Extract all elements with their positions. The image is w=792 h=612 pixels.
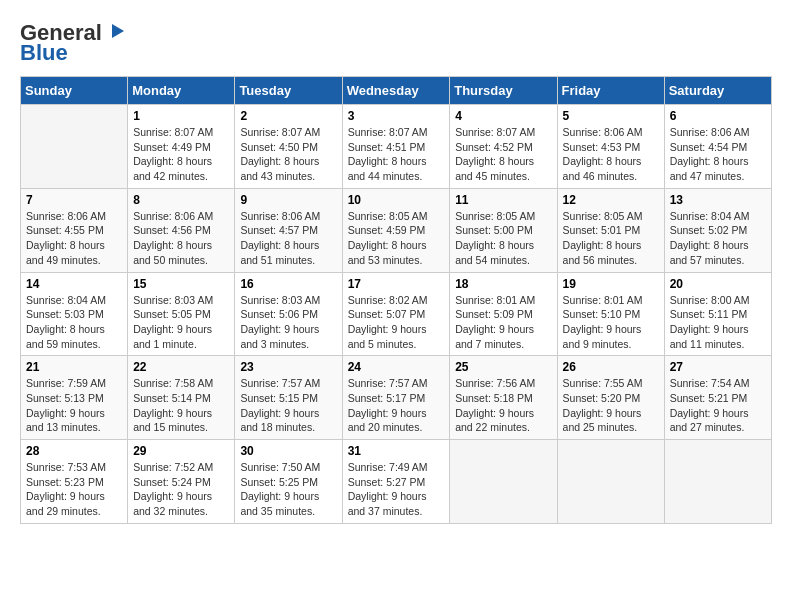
weekday-header: Tuesday (235, 77, 342, 105)
day-number: 23 (240, 360, 336, 374)
day-number: 15 (133, 277, 229, 291)
day-info: Sunrise: 8:06 AMSunset: 4:54 PMDaylight:… (670, 125, 766, 184)
calendar-week-row: 21Sunrise: 7:59 AMSunset: 5:13 PMDayligh… (21, 356, 772, 440)
calendar-cell (21, 105, 128, 189)
day-info: Sunrise: 7:57 AMSunset: 5:15 PMDaylight:… (240, 376, 336, 435)
day-info: Sunrise: 8:01 AMSunset: 5:09 PMDaylight:… (455, 293, 551, 352)
day-number: 7 (26, 193, 122, 207)
logo-icon (104, 20, 126, 42)
calendar-cell: 12Sunrise: 8:05 AMSunset: 5:01 PMDayligh… (557, 188, 664, 272)
day-info: Sunrise: 8:06 AMSunset: 4:55 PMDaylight:… (26, 209, 122, 268)
day-number: 22 (133, 360, 229, 374)
calendar-cell: 3Sunrise: 8:07 AMSunset: 4:51 PMDaylight… (342, 105, 450, 189)
day-info: Sunrise: 8:04 AMSunset: 5:02 PMDaylight:… (670, 209, 766, 268)
weekday-header: Friday (557, 77, 664, 105)
calendar-cell: 18Sunrise: 8:01 AMSunset: 5:09 PMDayligh… (450, 272, 557, 356)
day-info: Sunrise: 8:02 AMSunset: 5:07 PMDaylight:… (348, 293, 445, 352)
calendar-cell: 5Sunrise: 8:06 AMSunset: 4:53 PMDaylight… (557, 105, 664, 189)
day-info: Sunrise: 8:06 AMSunset: 4:53 PMDaylight:… (563, 125, 659, 184)
calendar-cell: 6Sunrise: 8:06 AMSunset: 4:54 PMDaylight… (664, 105, 771, 189)
day-number: 17 (348, 277, 445, 291)
calendar-table: SundayMondayTuesdayWednesdayThursdayFrid… (20, 76, 772, 524)
day-number: 14 (26, 277, 122, 291)
calendar-cell (450, 440, 557, 524)
calendar-cell: 19Sunrise: 8:01 AMSunset: 5:10 PMDayligh… (557, 272, 664, 356)
day-number: 4 (455, 109, 551, 123)
calendar-cell: 27Sunrise: 7:54 AMSunset: 5:21 PMDayligh… (664, 356, 771, 440)
calendar-cell: 14Sunrise: 8:04 AMSunset: 5:03 PMDayligh… (21, 272, 128, 356)
day-number: 2 (240, 109, 336, 123)
calendar-cell: 7Sunrise: 8:06 AMSunset: 4:55 PMDaylight… (21, 188, 128, 272)
calendar-cell: 1Sunrise: 8:07 AMSunset: 4:49 PMDaylight… (128, 105, 235, 189)
day-info: Sunrise: 8:03 AMSunset: 5:05 PMDaylight:… (133, 293, 229, 352)
day-number: 11 (455, 193, 551, 207)
day-info: Sunrise: 7:57 AMSunset: 5:17 PMDaylight:… (348, 376, 445, 435)
weekday-header: Saturday (664, 77, 771, 105)
weekday-header: Wednesday (342, 77, 450, 105)
logo-blue: Blue (20, 40, 68, 66)
day-number: 27 (670, 360, 766, 374)
day-number: 3 (348, 109, 445, 123)
day-info: Sunrise: 8:06 AMSunset: 4:57 PMDaylight:… (240, 209, 336, 268)
weekday-header-row: SundayMondayTuesdayWednesdayThursdayFrid… (21, 77, 772, 105)
calendar-cell: 30Sunrise: 7:50 AMSunset: 5:25 PMDayligh… (235, 440, 342, 524)
day-number: 28 (26, 444, 122, 458)
day-number: 9 (240, 193, 336, 207)
day-info: Sunrise: 8:05 AMSunset: 5:01 PMDaylight:… (563, 209, 659, 268)
day-number: 21 (26, 360, 122, 374)
calendar-cell: 17Sunrise: 8:02 AMSunset: 5:07 PMDayligh… (342, 272, 450, 356)
day-info: Sunrise: 8:06 AMSunset: 4:56 PMDaylight:… (133, 209, 229, 268)
day-number: 26 (563, 360, 659, 374)
day-number: 1 (133, 109, 229, 123)
day-info: Sunrise: 7:59 AMSunset: 5:13 PMDaylight:… (26, 376, 122, 435)
calendar-cell: 22Sunrise: 7:58 AMSunset: 5:14 PMDayligh… (128, 356, 235, 440)
calendar-cell: 31Sunrise: 7:49 AMSunset: 5:27 PMDayligh… (342, 440, 450, 524)
day-number: 10 (348, 193, 445, 207)
day-info: Sunrise: 8:04 AMSunset: 5:03 PMDaylight:… (26, 293, 122, 352)
calendar-cell: 23Sunrise: 7:57 AMSunset: 5:15 PMDayligh… (235, 356, 342, 440)
day-info: Sunrise: 8:05 AMSunset: 5:00 PMDaylight:… (455, 209, 551, 268)
day-number: 12 (563, 193, 659, 207)
day-info: Sunrise: 7:54 AMSunset: 5:21 PMDaylight:… (670, 376, 766, 435)
calendar-cell: 21Sunrise: 7:59 AMSunset: 5:13 PMDayligh… (21, 356, 128, 440)
day-number: 31 (348, 444, 445, 458)
calendar-cell: 20Sunrise: 8:00 AMSunset: 5:11 PMDayligh… (664, 272, 771, 356)
calendar-cell: 2Sunrise: 8:07 AMSunset: 4:50 PMDaylight… (235, 105, 342, 189)
calendar-cell: 26Sunrise: 7:55 AMSunset: 5:20 PMDayligh… (557, 356, 664, 440)
day-info: Sunrise: 8:03 AMSunset: 5:06 PMDaylight:… (240, 293, 336, 352)
day-info: Sunrise: 8:07 AMSunset: 4:49 PMDaylight:… (133, 125, 229, 184)
svg-marker-0 (112, 24, 124, 38)
calendar-cell: 28Sunrise: 7:53 AMSunset: 5:23 PMDayligh… (21, 440, 128, 524)
day-info: Sunrise: 7:58 AMSunset: 5:14 PMDaylight:… (133, 376, 229, 435)
calendar-week-row: 14Sunrise: 8:04 AMSunset: 5:03 PMDayligh… (21, 272, 772, 356)
calendar-cell: 4Sunrise: 8:07 AMSunset: 4:52 PMDaylight… (450, 105, 557, 189)
day-info: Sunrise: 7:56 AMSunset: 5:18 PMDaylight:… (455, 376, 551, 435)
day-number: 19 (563, 277, 659, 291)
page-header: General Blue (20, 20, 772, 66)
day-number: 29 (133, 444, 229, 458)
day-number: 20 (670, 277, 766, 291)
day-number: 8 (133, 193, 229, 207)
calendar-cell: 29Sunrise: 7:52 AMSunset: 5:24 PMDayligh… (128, 440, 235, 524)
day-info: Sunrise: 7:49 AMSunset: 5:27 PMDaylight:… (348, 460, 445, 519)
calendar-cell: 10Sunrise: 8:05 AMSunset: 4:59 PMDayligh… (342, 188, 450, 272)
calendar-week-row: 28Sunrise: 7:53 AMSunset: 5:23 PMDayligh… (21, 440, 772, 524)
calendar-cell: 9Sunrise: 8:06 AMSunset: 4:57 PMDaylight… (235, 188, 342, 272)
day-number: 30 (240, 444, 336, 458)
calendar-cell: 25Sunrise: 7:56 AMSunset: 5:18 PMDayligh… (450, 356, 557, 440)
day-info: Sunrise: 7:53 AMSunset: 5:23 PMDaylight:… (26, 460, 122, 519)
calendar-cell: 8Sunrise: 8:06 AMSunset: 4:56 PMDaylight… (128, 188, 235, 272)
calendar-cell: 24Sunrise: 7:57 AMSunset: 5:17 PMDayligh… (342, 356, 450, 440)
day-info: Sunrise: 8:07 AMSunset: 4:52 PMDaylight:… (455, 125, 551, 184)
day-info: Sunrise: 8:07 AMSunset: 4:51 PMDaylight:… (348, 125, 445, 184)
day-info: Sunrise: 8:05 AMSunset: 4:59 PMDaylight:… (348, 209, 445, 268)
day-number: 6 (670, 109, 766, 123)
day-number: 16 (240, 277, 336, 291)
calendar-cell: 16Sunrise: 8:03 AMSunset: 5:06 PMDayligh… (235, 272, 342, 356)
logo: General Blue (20, 20, 126, 66)
day-info: Sunrise: 8:07 AMSunset: 4:50 PMDaylight:… (240, 125, 336, 184)
calendar-cell: 15Sunrise: 8:03 AMSunset: 5:05 PMDayligh… (128, 272, 235, 356)
weekday-header: Sunday (21, 77, 128, 105)
day-info: Sunrise: 8:01 AMSunset: 5:10 PMDaylight:… (563, 293, 659, 352)
calendar-cell: 13Sunrise: 8:04 AMSunset: 5:02 PMDayligh… (664, 188, 771, 272)
